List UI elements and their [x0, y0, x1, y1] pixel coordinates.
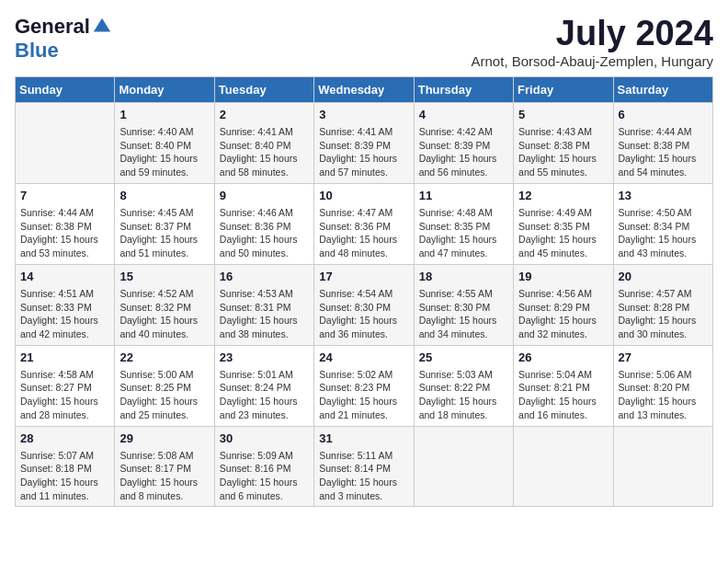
calendar-cell: 6Sunrise: 4:44 AMSunset: 8:38 PMDaylight…	[613, 102, 712, 183]
logo: General Blue	[15, 15, 112, 63]
day-number: 2	[220, 107, 309, 123]
logo-icon	[92, 17, 112, 37]
calendar-cell: 7Sunrise: 4:44 AMSunset: 8:38 PMDaylight…	[16, 183, 115, 264]
calendar-cell: 8Sunrise: 4:45 AMSunset: 8:37 PMDaylight…	[115, 183, 214, 264]
calendar-cell: 18Sunrise: 4:55 AMSunset: 8:30 PMDayligh…	[414, 264, 513, 345]
title-block: July 2024 Arnot, Borsod-Abauj-Zemplen, H…	[472, 15, 713, 69]
day-info: Sunrise: 5:01 AMSunset: 8:24 PMDaylight:…	[220, 368, 309, 422]
day-number: 6	[619, 107, 708, 123]
calendar-header-row: SundayMondayTuesdayWednesdayThursdayFrid…	[16, 76, 713, 102]
calendar-cell: 17Sunrise: 4:54 AMSunset: 8:30 PMDayligh…	[314, 264, 414, 345]
calendar-table: SundayMondayTuesdayWednesdayThursdayFrid…	[15, 76, 713, 508]
day-info: Sunrise: 4:41 AMSunset: 8:39 PMDaylight:…	[319, 125, 408, 179]
day-info: Sunrise: 4:52 AMSunset: 8:32 PMDaylight:…	[119, 287, 209, 341]
calendar-cell: 4Sunrise: 4:42 AMSunset: 8:39 PMDaylight…	[414, 102, 513, 183]
calendar-header-friday: Friday	[514, 76, 613, 102]
day-info: Sunrise: 5:11 AMSunset: 8:14 PMDaylight:…	[319, 449, 408, 503]
calendar-cell: 15Sunrise: 4:52 AMSunset: 8:32 PMDayligh…	[115, 264, 214, 345]
day-number: 4	[419, 107, 508, 123]
day-info: Sunrise: 5:04 AMSunset: 8:21 PMDaylight:…	[518, 368, 608, 422]
calendar-cell: 1Sunrise: 4:40 AMSunset: 8:40 PMDaylight…	[115, 102, 214, 183]
day-info: Sunrise: 4:49 AMSunset: 8:35 PMDaylight:…	[518, 206, 608, 260]
page-header: General Blue July 2024 Arnot, Borsod-Aba…	[15, 15, 713, 69]
day-number: 3	[319, 107, 408, 123]
day-number: 27	[619, 350, 708, 366]
day-info: Sunrise: 4:55 AMSunset: 8:30 PMDaylight:…	[419, 287, 508, 341]
calendar-cell	[613, 426, 712, 507]
calendar-cell: 11Sunrise: 4:48 AMSunset: 8:35 PMDayligh…	[414, 183, 513, 264]
calendar-cell: 20Sunrise: 4:57 AMSunset: 8:28 PMDayligh…	[613, 264, 712, 345]
day-number: 31	[319, 431, 408, 447]
calendar-week-row: 21Sunrise: 4:58 AMSunset: 8:27 PMDayligh…	[16, 345, 713, 426]
calendar-cell: 9Sunrise: 4:46 AMSunset: 8:36 PMDaylight…	[214, 183, 313, 264]
day-info: Sunrise: 5:06 AMSunset: 8:20 PMDaylight:…	[619, 368, 708, 422]
day-number: 1	[119, 107, 209, 123]
day-number: 12	[518, 188, 608, 204]
calendar-cell: 29Sunrise: 5:08 AMSunset: 8:17 PMDayligh…	[115, 426, 214, 507]
day-info: Sunrise: 4:40 AMSunset: 8:40 PMDaylight:…	[119, 125, 209, 179]
calendar-cell: 19Sunrise: 4:56 AMSunset: 8:29 PMDayligh…	[514, 264, 613, 345]
day-number: 25	[419, 350, 508, 366]
calendar-header-sunday: Sunday	[16, 76, 115, 102]
calendar-cell: 23Sunrise: 5:01 AMSunset: 8:24 PMDayligh…	[214, 345, 313, 426]
calendar-week-row: 28Sunrise: 5:07 AMSunset: 8:18 PMDayligh…	[16, 426, 713, 507]
day-info: Sunrise: 4:58 AMSunset: 8:27 PMDaylight:…	[20, 368, 109, 422]
day-info: Sunrise: 5:03 AMSunset: 8:22 PMDaylight:…	[419, 368, 508, 422]
calendar-week-row: 1Sunrise: 4:40 AMSunset: 8:40 PMDaylight…	[16, 102, 713, 183]
calendar-cell: 25Sunrise: 5:03 AMSunset: 8:22 PMDayligh…	[414, 345, 513, 426]
day-number: 24	[319, 350, 408, 366]
calendar-cell: 27Sunrise: 5:06 AMSunset: 8:20 PMDayligh…	[613, 345, 712, 426]
calendar-cell: 28Sunrise: 5:07 AMSunset: 8:18 PMDayligh…	[16, 426, 115, 507]
location-title: Arnot, Borsod-Abauj-Zemplen, Hungary	[472, 53, 713, 69]
day-info: Sunrise: 4:47 AMSunset: 8:36 PMDaylight:…	[319, 206, 408, 260]
day-number: 10	[319, 188, 408, 204]
day-number: 20	[619, 269, 708, 285]
day-info: Sunrise: 5:07 AMSunset: 8:18 PMDaylight:…	[20, 449, 109, 503]
day-info: Sunrise: 5:02 AMSunset: 8:23 PMDaylight:…	[319, 368, 408, 422]
day-info: Sunrise: 4:50 AMSunset: 8:34 PMDaylight:…	[619, 206, 708, 260]
logo-general-text: General	[15, 15, 90, 39]
day-info: Sunrise: 4:48 AMSunset: 8:35 PMDaylight:…	[419, 206, 508, 260]
month-title: July 2024	[472, 15, 713, 53]
day-number: 17	[319, 269, 408, 285]
day-info: Sunrise: 5:08 AMSunset: 8:17 PMDaylight:…	[119, 449, 209, 503]
calendar-cell: 16Sunrise: 4:53 AMSunset: 8:31 PMDayligh…	[214, 264, 313, 345]
day-number: 9	[220, 188, 309, 204]
calendar-header-tuesday: Tuesday	[214, 76, 313, 102]
day-info: Sunrise: 4:57 AMSunset: 8:28 PMDaylight:…	[619, 287, 708, 341]
day-info: Sunrise: 4:45 AMSunset: 8:37 PMDaylight:…	[119, 206, 209, 260]
day-number: 26	[518, 350, 608, 366]
day-number: 30	[220, 431, 309, 447]
calendar-cell: 22Sunrise: 5:00 AMSunset: 8:25 PMDayligh…	[115, 345, 214, 426]
day-info: Sunrise: 4:44 AMSunset: 8:38 PMDaylight:…	[619, 125, 708, 179]
calendar-cell: 26Sunrise: 5:04 AMSunset: 8:21 PMDayligh…	[514, 345, 613, 426]
calendar-cell: 14Sunrise: 4:51 AMSunset: 8:33 PMDayligh…	[16, 264, 115, 345]
calendar-cell: 12Sunrise: 4:49 AMSunset: 8:35 PMDayligh…	[514, 183, 613, 264]
day-number: 8	[119, 188, 209, 204]
calendar-week-row: 7Sunrise: 4:44 AMSunset: 8:38 PMDaylight…	[16, 183, 713, 264]
day-number: 21	[20, 350, 109, 366]
day-number: 22	[119, 350, 209, 366]
calendar-week-row: 14Sunrise: 4:51 AMSunset: 8:33 PMDayligh…	[16, 264, 713, 345]
day-info: Sunrise: 4:56 AMSunset: 8:29 PMDaylight:…	[518, 287, 608, 341]
calendar-header-wednesday: Wednesday	[314, 76, 414, 102]
calendar-cell	[414, 426, 513, 507]
calendar-cell: 30Sunrise: 5:09 AMSunset: 8:16 PMDayligh…	[214, 426, 313, 507]
svg-marker-0	[94, 18, 110, 32]
day-number: 7	[20, 188, 109, 204]
day-number: 11	[419, 188, 508, 204]
day-info: Sunrise: 5:00 AMSunset: 8:25 PMDaylight:…	[119, 368, 209, 422]
day-number: 15	[119, 269, 209, 285]
calendar-header-thursday: Thursday	[414, 76, 513, 102]
logo-blue-text: Blue	[15, 39, 59, 63]
day-info: Sunrise: 4:44 AMSunset: 8:38 PMDaylight:…	[20, 206, 109, 260]
day-number: 5	[518, 107, 608, 123]
calendar-cell: 24Sunrise: 5:02 AMSunset: 8:23 PMDayligh…	[314, 345, 414, 426]
calendar-cell	[16, 102, 115, 183]
calendar-cell: 21Sunrise: 4:58 AMSunset: 8:27 PMDayligh…	[16, 345, 115, 426]
calendar-cell: 10Sunrise: 4:47 AMSunset: 8:36 PMDayligh…	[314, 183, 414, 264]
calendar-header-monday: Monday	[115, 76, 214, 102]
day-number: 23	[220, 350, 309, 366]
day-number: 13	[619, 188, 708, 204]
day-number: 16	[220, 269, 309, 285]
